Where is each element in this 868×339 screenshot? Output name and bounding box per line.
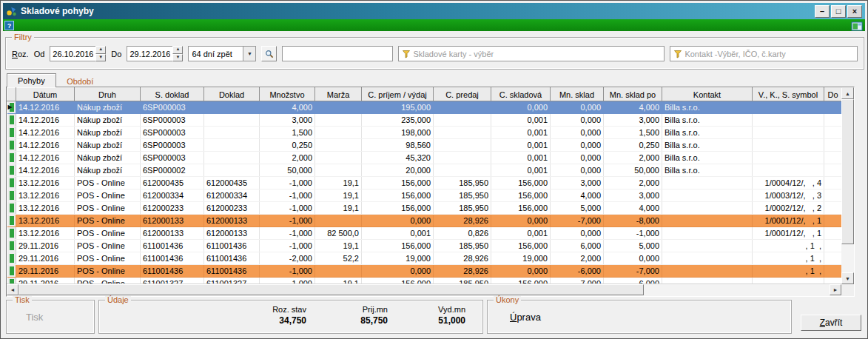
cell[interactable] [753, 164, 824, 177]
cell[interactable]: 0,000 [551, 152, 604, 164]
cell[interactable]: 0,000 [551, 127, 604, 139]
cell[interactable] [204, 164, 260, 177]
cell[interactable]: 14.12.2016 [16, 114, 75, 127]
cell[interactable] [824, 215, 842, 227]
cell[interactable]: Billa s.r.o. [662, 139, 753, 152]
cell[interactable]: 1,500 [604, 127, 662, 139]
cell[interactable] [434, 101, 491, 114]
cell[interactable]: 2,000 [260, 152, 315, 164]
cell[interactable]: 4,000 [260, 101, 315, 114]
cell[interactable]: 0,000 [551, 227, 604, 240]
cell[interactable]: 611001436 [204, 240, 260, 252]
cell[interactable]: 0,250 [260, 139, 315, 152]
scroll-right-icon[interactable] [830, 284, 841, 295]
cell[interactable]: 50,000 [604, 164, 662, 177]
cell[interactable] [662, 240, 753, 252]
cell[interactable] [315, 127, 362, 139]
column-header[interactable]: Mn. sklad po [604, 88, 662, 101]
cell[interactable]: 156,000 [362, 189, 434, 202]
cell[interactable]: 0,000 [551, 114, 604, 127]
cell[interactable] [434, 139, 491, 152]
cell[interactable] [824, 227, 842, 240]
cell[interactable] [824, 189, 842, 202]
cell[interactable]: -1,000 [260, 202, 315, 215]
cell[interactable]: Billa s.r.o. [662, 101, 753, 114]
cell[interactable]: 5,000 [604, 240, 662, 252]
cell[interactable]: 612000133 [204, 227, 260, 240]
cell[interactable] [315, 215, 362, 227]
cell[interactable]: 14.12.2016 [16, 152, 75, 164]
cell[interactable] [824, 152, 842, 164]
cell[interactable]: Nákup zboží [75, 164, 141, 177]
cell[interactable]: 0,001 [491, 227, 551, 240]
cell[interactable]: 1/0001/12/, , 1 [753, 215, 824, 227]
cell[interactable]: 612000435 [141, 177, 204, 189]
cell[interactable]: , 1 , [753, 265, 824, 278]
cell[interactable] [204, 101, 260, 114]
cell[interactable]: 156,000 [362, 240, 434, 252]
cell[interactable]: 0,250 [604, 139, 662, 152]
cell[interactable] [662, 189, 753, 202]
cell[interactable]: 29.11.2016 [16, 265, 75, 278]
cell[interactable]: 19,000 [491, 252, 551, 265]
cell[interactable]: , 1 , [753, 252, 824, 265]
cell[interactable] [434, 152, 491, 164]
help-button[interactable]: ? [4, 21, 14, 30]
contact-filter-input[interactable] [684, 47, 857, 60]
tab-pohyby[interactable]: Pohyby [7, 73, 56, 87]
cell[interactable]: 185,950 [434, 240, 491, 252]
table-row[interactable]: 14.12.2016Nákup zboží6SP0000030,25098,56… [7, 139, 842, 152]
cell[interactable]: 6SP000003 [141, 139, 204, 152]
range-select[interactable]: 64 dní zpět [188, 46, 256, 61]
cell[interactable]: 0,000 [551, 164, 604, 177]
column-header[interactable]: Druh [75, 88, 141, 101]
cell[interactable] [662, 227, 753, 240]
vscroll-thumb[interactable] [841, 99, 854, 244]
cell[interactable] [662, 177, 753, 189]
cell[interactable]: 612000334 [141, 189, 204, 202]
cell[interactable]: Nákup zboží [75, 139, 141, 152]
maximize-button[interactable]: □ [831, 5, 846, 18]
cell[interactable]: 20,000 [362, 164, 434, 177]
cell[interactable]: 50,000 [260, 164, 315, 177]
cell[interactable]: 19,000 [362, 252, 434, 265]
table-row[interactable]: 29.11.2016POS - Online611001436611001436… [7, 252, 842, 265]
cell[interactable]: 1/0003/12/, , 3 [753, 189, 824, 202]
cell[interactable]: -7,000 [551, 215, 604, 227]
cell[interactable]: 612000435 [204, 177, 260, 189]
cell[interactable]: 13.12.2016 [16, 177, 75, 189]
cell[interactable] [824, 252, 842, 265]
cell[interactable] [204, 114, 260, 127]
column-header[interactable]: C. príjem / výdaj [362, 88, 434, 101]
cell[interactable] [662, 215, 753, 227]
cell[interactable]: 6SP000003 [141, 114, 204, 127]
column-header[interactable]: C. predaj [434, 88, 491, 101]
cell[interactable]: , 1 , [753, 240, 824, 252]
cell[interactable]: 0,000 [551, 139, 604, 152]
column-header[interactable]: Do [824, 88, 842, 101]
cell[interactable]: 156,000 [491, 240, 551, 252]
cell[interactable]: 6SP000003 [141, 101, 204, 114]
cell[interactable]: -7,000 [604, 265, 662, 278]
table-row[interactable]: 13.12.2016POS - Online612000133612000133… [7, 215, 842, 227]
table-row[interactable]: 13.12.2016POS - Online612000133612000133… [7, 227, 842, 240]
scroll-down-icon[interactable] [841, 272, 854, 284]
cell[interactable]: 28,926 [434, 215, 491, 227]
cell[interactable]: 6,000 [551, 240, 604, 252]
cell[interactable]: 4,000 [604, 202, 662, 215]
cell[interactable]: 0,001 [491, 114, 551, 127]
cell[interactable]: 2,000 [551, 252, 604, 265]
cell[interactable]: 3,000 [604, 114, 662, 127]
cell[interactable] [824, 177, 842, 189]
cell[interactable]: -6,000 [551, 265, 604, 278]
cell[interactable]: -8,000 [604, 215, 662, 227]
table-row[interactable]: 13.12.2016POS - Online612000233612000233… [7, 202, 842, 215]
cell[interactable]: 0,000 [551, 101, 604, 114]
table-row[interactable]: 14.12.2016Nákup zboží6SP0000031,500198,0… [7, 127, 842, 139]
scroll-left-icon[interactable] [7, 284, 18, 295]
cell[interactable]: Nákup zboží [75, 114, 141, 127]
cell[interactable]: 156,000 [491, 189, 551, 202]
cell[interactable]: 3,000 [551, 177, 604, 189]
column-header[interactable]: Mn. sklad [551, 88, 604, 101]
cell[interactable]: 0,000 [362, 215, 434, 227]
